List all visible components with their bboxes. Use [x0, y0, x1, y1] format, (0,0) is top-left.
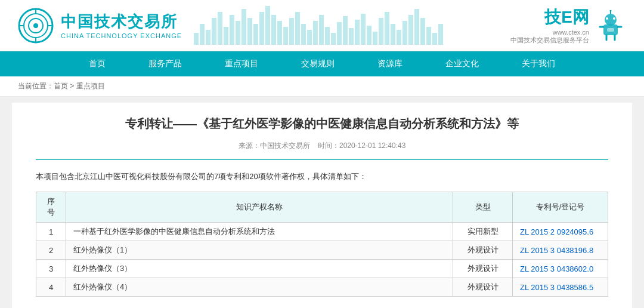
- svg-point-8: [605, 14, 617, 26]
- article-meta: 来源：中国技术交易所 时间：2020-12-01 12:40:43: [36, 141, 608, 160]
- table-row: 1 一种基于红外医学影像的中医健康信息自动分析系统和方法 实用新型 ZL 201…: [36, 223, 608, 241]
- patent-table: 序号 知识产权名称 类型 专利号/登记号 1 一种基于红外医学影像的中医健康信息…: [36, 192, 608, 297]
- cell-patent: ZL 2015 3 0438602.0: [513, 260, 608, 278]
- col-header-seq: 序号: [36, 192, 66, 223]
- cell-name: 红外热像仪（1）: [66, 241, 453, 260]
- nav-services[interactable]: 服务产品: [127, 51, 203, 76]
- cell-seq: 2: [36, 241, 66, 260]
- main-nav: 首页 服务产品 重点项目 交易规则 资源库 企业文化 关于我们: [0, 51, 644, 76]
- robot-icon: [595, 10, 626, 41]
- jie-desc: 中国技术交易信息服务平台: [510, 36, 589, 45]
- right-brand-text: 技E网 www.ctex.cn 中国技术交易信息服务平台: [510, 6, 589, 45]
- logo-text: 中国技术交易所 CHINA TECHNOLOGY EXCHANGE: [61, 11, 182, 39]
- nav-home[interactable]: 首页: [67, 51, 127, 76]
- cell-type: 外观设计: [453, 241, 513, 260]
- article-title: 专利转让——《基于红外医学影像的中医健康信息自动分析系统和方法》等: [36, 115, 608, 133]
- cell-patent: ZL 2015 3 0438586.5: [513, 278, 608, 297]
- article-source: 来源：中国技术交易所: [239, 141, 310, 150]
- nav-culture[interactable]: 企业文化: [424, 51, 500, 76]
- col-header-patent: 专利号/登记号: [513, 192, 608, 223]
- cell-patent: ZL 2015 3 0438196.8: [513, 241, 608, 260]
- svg-point-10: [606, 17, 608, 20]
- logo-left: 中国技术交易所 CHINA TECHNOLOGY EXCHANGE: [18, 8, 182, 44]
- cell-patent: ZL 2015 2 0924095.6: [513, 223, 608, 241]
- jie-url: www.ctex.cn: [553, 29, 589, 36]
- svg-point-11: [613, 17, 615, 20]
- nav-rules[interactable]: 交易规则: [280, 51, 356, 76]
- cell-type: 外观设计: [453, 260, 513, 278]
- svg-point-3: [33, 23, 38, 28]
- cell-name: 红外热像仪（3）: [66, 260, 453, 278]
- col-header-name: 知识产权名称: [66, 192, 453, 223]
- page-header: 中国技术交易所 CHINA TECHNOLOGY EXCHANGE: [0, 0, 644, 51]
- cell-name: 红外热像仪（4）: [66, 278, 453, 297]
- jie-brand: 技E网: [544, 6, 589, 29]
- logo-en-text: CHINA TECHNOLOGY EXCHANGE: [61, 32, 182, 39]
- cell-type: 实用新型: [453, 223, 513, 241]
- cell-name: 一种基于红外医学影像的中医健康信息自动分析系统和方法: [66, 223, 453, 241]
- table-row: 4 红外热像仪（4） 外观设计 ZL 2015 3 0438586.5: [36, 278, 608, 297]
- col-header-type: 类型: [453, 192, 513, 223]
- logo-right: 技E网 www.ctex.cn 中国技术交易信息服务平台: [510, 6, 626, 45]
- nav-about[interactable]: 关于我们: [500, 51, 577, 76]
- nav-resources[interactable]: 资源库: [356, 51, 424, 76]
- nav-projects[interactable]: 重点项目: [203, 51, 280, 76]
- skyline-decoration: [194, 6, 499, 45]
- breadcrumb: 当前位置：首页 > 重点项目: [0, 76, 644, 97]
- breadcrumb-text: 当前位置：首页 > 重点项目: [18, 82, 105, 90]
- cell-seq: 3: [36, 260, 66, 278]
- table-header-row: 序号 知识产权名称 类型 专利号/登记号: [36, 192, 608, 223]
- svg-point-18: [610, 10, 612, 12]
- article-intro: 本项目包含北京江山中医可视化科技股份有限公司的7项专利和20项软件著作权，具体清…: [36, 170, 608, 183]
- table-row: 3 红外热像仪（3） 外观设计 ZL 2015 3 0438602.0: [36, 260, 608, 278]
- article-time: 时间：2020-12-01 12:40:43: [318, 141, 405, 150]
- article-content: 专利转让——《基于红外医学影像的中医健康信息自动分析系统和方法》等 来源：中国技…: [12, 103, 632, 308]
- svg-rect-12: [607, 28, 614, 32]
- cell-type: 外观设计: [453, 278, 513, 297]
- cell-seq: 4: [36, 278, 66, 297]
- cell-seq: 1: [36, 223, 66, 241]
- logo-icon: [18, 8, 54, 44]
- logo-cn-text: 中国技术交易所: [61, 11, 182, 32]
- table-row: 2 红外热像仪（1） 外观设计 ZL 2015 3 0438196.8: [36, 241, 608, 260]
